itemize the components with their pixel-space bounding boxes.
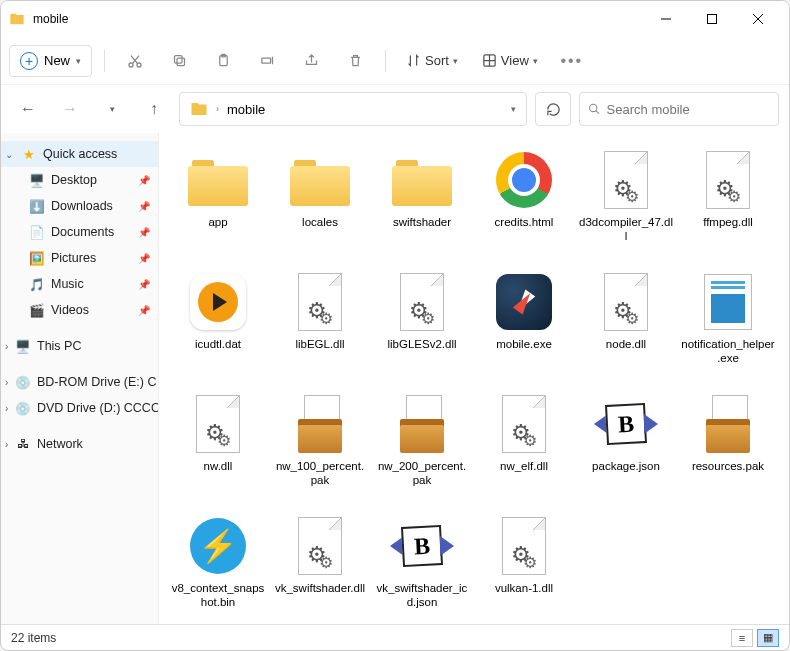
toolbar: + New ▾ Sort ▾ View ▾ •••	[1, 37, 789, 85]
file-item[interactable]: ⚙⚙nw_elf.dll	[473, 389, 575, 505]
chevron-down-icon[interactable]: ▾	[511, 104, 516, 114]
cut-button[interactable]	[117, 43, 153, 79]
file-label: notification_helper.exe	[681, 337, 775, 366]
sidebar-item-label: Desktop	[51, 173, 97, 187]
file-label: credits.html	[495, 215, 554, 229]
address-bar[interactable]: › mobile ▾	[179, 92, 527, 126]
explorer-window: mobile + New ▾ Sort ▾ View ▾	[0, 0, 790, 651]
file-label: v8_context_snapshot.bin	[171, 581, 265, 610]
breadcrumb-segment[interactable]: mobile	[227, 102, 265, 117]
folder-icon	[289, 149, 351, 211]
refresh-button[interactable]	[535, 92, 571, 126]
file-item[interactable]: mobile.exe	[473, 267, 575, 383]
chevron-right-icon: ›	[5, 341, 8, 352]
sidebar-item-videos[interactable]: 🎬Videos📌	[1, 297, 158, 323]
chevron-down-icon: ▾	[76, 56, 81, 66]
file-label: icudtl.dat	[195, 337, 241, 351]
back-button[interactable]: ←	[11, 92, 45, 126]
forward-button[interactable]: →	[53, 92, 87, 126]
search-box[interactable]	[579, 92, 779, 126]
search-icon	[588, 102, 601, 116]
file-label: ffmpeg.dll	[703, 215, 753, 229]
file-item[interactable]: ⚙⚙node.dll	[575, 267, 677, 383]
sidebar-dvd[interactable]: › 💿 DVD Drive (D:) CCCO	[1, 395, 158, 421]
file-item[interactable]: locales	[269, 145, 371, 261]
rename-button[interactable]	[249, 43, 285, 79]
file-item[interactable]: credits.html	[473, 145, 575, 261]
star-icon: ★	[21, 146, 37, 162]
file-item[interactable]: ⚙⚙libEGL.dll	[269, 267, 371, 383]
disc-icon: 💿	[15, 400, 31, 416]
pin-icon: 📌	[138, 279, 150, 290]
sidebar-quick-access[interactable]: ⌄ ★ Quick access	[1, 141, 158, 167]
file-item[interactable]: ⚙⚙libGLESv2.dll	[371, 267, 473, 383]
file-item[interactable]: ⚡v8_context_snapshot.bin	[167, 511, 269, 624]
json-icon: B	[391, 515, 453, 577]
sidebar-item-downloads[interactable]: ⬇️Downloads📌	[1, 193, 158, 219]
sidebar-bdrom[interactable]: › 💿 BD-ROM Drive (E:) C	[1, 369, 158, 395]
dll-icon: ⚙⚙	[595, 271, 657, 333]
recent-button[interactable]: ▾	[95, 92, 129, 126]
sidebar-item-pictures[interactable]: 🖼️Pictures📌	[1, 245, 158, 271]
sidebar-item-desktop[interactable]: 🖥️Desktop📌	[1, 167, 158, 193]
file-item[interactable]: ⚙⚙ffmpeg.dll	[677, 145, 779, 261]
file-item[interactable]: icudtl.dat	[167, 267, 269, 383]
file-item[interactable]: Bpackage.json	[575, 389, 677, 505]
file-item[interactable]: ⚙⚙vk_swiftshader.dll	[269, 511, 371, 624]
file-label: package.json	[592, 459, 660, 473]
chevron-down-icon: ▾	[533, 56, 538, 66]
chrome-icon	[493, 149, 555, 211]
file-item[interactable]: app	[167, 145, 269, 261]
sort-button[interactable]: Sort ▾	[398, 49, 466, 72]
json-icon: B	[595, 393, 657, 455]
details-view-button[interactable]: ≡	[731, 629, 753, 647]
sidebar-network[interactable]: › 🖧 Network	[1, 431, 158, 457]
more-button[interactable]: •••	[554, 43, 590, 79]
view-button[interactable]: View ▾	[474, 49, 546, 72]
file-item[interactable]: swiftshader	[371, 145, 473, 261]
file-item[interactable]: nw_100_percent.pak	[269, 389, 371, 505]
sidebar-item-music[interactable]: 🎵Music📌	[1, 271, 158, 297]
paste-button[interactable]	[205, 43, 241, 79]
file-item[interactable]: ⚙⚙d3dcompiler_47.dll	[575, 145, 677, 261]
close-button[interactable]	[735, 3, 781, 35]
file-label: resources.pak	[692, 459, 764, 473]
picture-icon: 🖼️	[29, 250, 45, 266]
maximize-button[interactable]	[689, 3, 735, 35]
folder-icon	[9, 11, 25, 27]
file-item[interactable]: Bvk_swiftshader_icd.json	[371, 511, 473, 624]
file-label: d3dcompiler_47.dll	[579, 215, 673, 244]
sidebar-this-pc[interactable]: › 🖥️ This PC	[1, 333, 158, 359]
file-item[interactable]: resources.pak	[677, 389, 779, 505]
file-label: mobile.exe	[496, 337, 552, 351]
file-item[interactable]: nw_200_percent.pak	[371, 389, 473, 505]
play-icon	[187, 271, 249, 333]
dll-icon: ⚙⚙	[493, 515, 555, 577]
sidebar-item-documents[interactable]: 📄Documents📌	[1, 219, 158, 245]
share-button[interactable]	[293, 43, 329, 79]
svg-line-16	[596, 111, 599, 114]
delete-button[interactable]	[337, 43, 373, 79]
file-label: app	[208, 215, 227, 229]
chevron-right-icon: ›	[5, 439, 8, 450]
chevron-right-icon: ›	[5, 377, 8, 388]
file-item[interactable]: ⚙⚙vulkan-1.dll	[473, 511, 575, 624]
new-button[interactable]: + New ▾	[9, 45, 92, 77]
copy-button[interactable]	[161, 43, 197, 79]
plus-icon: +	[20, 52, 38, 70]
up-button[interactable]: ↑	[137, 92, 171, 126]
chevron-down-icon: ▾	[453, 56, 458, 66]
body: ⌄ ★ Quick access 🖥️Desktop📌⬇️Downloads📌📄…	[1, 133, 789, 624]
search-input[interactable]	[607, 102, 770, 117]
window-title: mobile	[33, 12, 643, 26]
file-item[interactable]: notification_helper.exe	[677, 267, 779, 383]
bdrom-label: BD-ROM Drive (E:) C	[37, 375, 156, 389]
file-item[interactable]: ⚙⚙nw.dll	[167, 389, 269, 505]
title-bar: mobile	[1, 1, 789, 37]
chevron-right-icon: ›	[5, 403, 8, 414]
network-icon: 🖧	[15, 436, 31, 452]
icons-view-button[interactable]: ▦	[757, 629, 779, 647]
music-icon: 🎵	[29, 276, 45, 292]
minimize-button[interactable]	[643, 3, 689, 35]
folder-icon	[391, 149, 453, 211]
